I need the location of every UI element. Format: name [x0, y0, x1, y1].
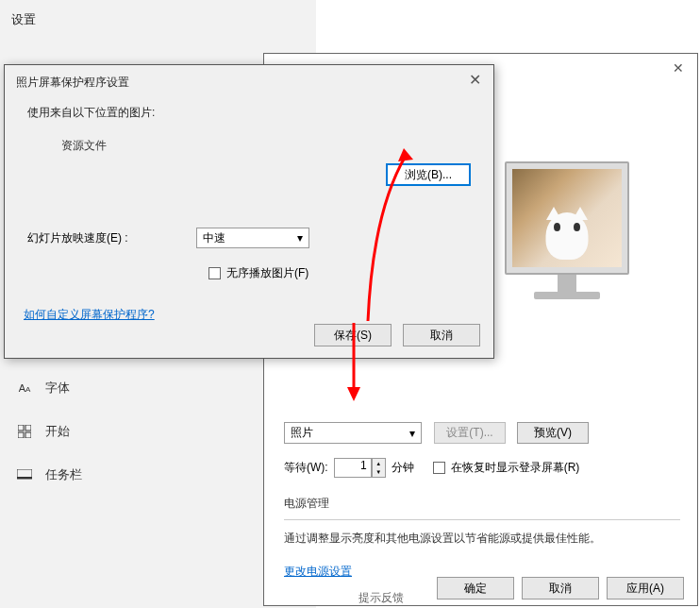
use-pictures-label: 使用来自以下位置的图片: [27, 105, 471, 121]
wait-label: 等待(W): [284, 460, 328, 476]
cancel-button[interactable]: 取消 [522, 577, 599, 600]
sidebar-label-start: 开始 [45, 423, 70, 440]
photo-screensaver-settings-dialog: 照片屏幕保护程序设置 ✕ 使用来自以下位置的图片: 资源文件 浏览(B)... … [4, 64, 494, 359]
power-title: 电源管理 [284, 496, 680, 512]
settings-button: 设置(T)... [434, 422, 506, 444]
resume-label: 在恢复时显示登录屏幕(R) [451, 460, 580, 476]
shuffle-label: 无序播放图片(F) [226, 265, 308, 281]
wait-unit: 分钟 [392, 460, 414, 476]
shuffle-checkbox[interactable] [208, 267, 221, 279]
close-button[interactable]: ✕ [456, 65, 493, 93]
speed-value: 中速 [203, 230, 225, 246]
preview-button[interactable]: 预览(V) [517, 422, 589, 444]
power-link[interactable]: 更改电源设置 [284, 565, 352, 578]
sidebar-label-fonts: 字体 [45, 380, 70, 397]
sidebar-label-taskbar: 任务栏 [45, 466, 82, 483]
ok-button[interactable]: 确定 [437, 577, 514, 600]
screensaver-select[interactable]: 照片 ▾ [284, 422, 422, 444]
screensaver-select-value: 照片 [291, 425, 313, 441]
cutoff-text: 提示反馈 [358, 590, 404, 606]
taskbar-icon [17, 467, 32, 482]
dialog-title: 照片屏幕保护程序设置 [16, 75, 129, 91]
sidebar-item-start[interactable]: 开始 [17, 423, 82, 440]
sidebar-item-taskbar[interactable]: 任务栏 [17, 466, 82, 483]
screensaver-preview [505, 161, 629, 303]
chevron-down-icon: ▾ [297, 231, 303, 245]
font-icon: AA [17, 380, 32, 396]
wait-spinner[interactable]: ▲▼ [372, 458, 386, 478]
apply-button[interactable]: 应用(A) [607, 577, 684, 600]
speed-select[interactable]: 中速 ▾ [196, 228, 309, 248]
svg-rect-1 [25, 425, 31, 431]
svg-rect-5 [17, 477, 32, 479]
power-section: 电源管理 通过调整显示亮度和其他电源设置以节省能源或提供最佳性能。 更改电源设置 [284, 496, 680, 580]
speed-label: 幻灯片放映速度(E) : [27, 230, 128, 246]
browse-button[interactable]: 浏览(B)... [386, 163, 471, 186]
svg-rect-3 [25, 432, 31, 438]
resource-file-label: 资源文件 [61, 138, 471, 154]
power-desc: 通过调整显示亮度和其他电源设置以节省能源或提供最佳性能。 [284, 530, 680, 547]
wait-row: 等待(W): 1 ▲▼ 分钟 在恢复时显示登录屏幕(R) [284, 458, 579, 478]
svg-rect-2 [18, 432, 24, 438]
close-button[interactable]: ✕ [659, 54, 697, 82]
save-button[interactable]: 保存(S) [314, 324, 392, 346]
settings-title: 设置 [11, 11, 36, 28]
chevron-down-icon: ▾ [409, 427, 415, 440]
customize-link[interactable]: 如何自定义屏幕保护程序? [24, 307, 155, 323]
start-icon [17, 424, 32, 439]
wait-input[interactable]: 1 [334, 458, 372, 478]
resume-checkbox[interactable] [433, 462, 445, 474]
sidebar-item-fonts[interactable]: AA 字体 [17, 380, 82, 397]
svg-rect-0 [18, 425, 24, 431]
cancel-button-front[interactable]: 取消 [403, 324, 480, 346]
